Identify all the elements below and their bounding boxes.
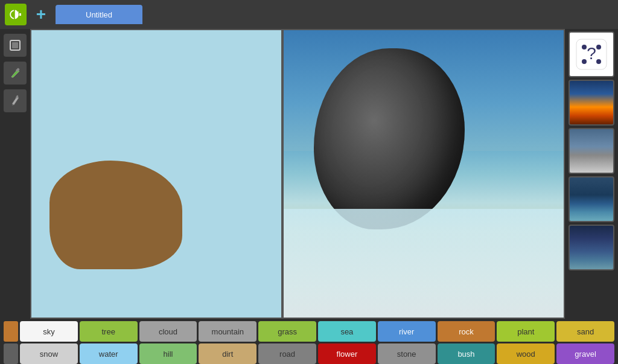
hill-label-btn[interactable]: hill <box>139 343 197 364</box>
reference-image-area <box>282 29 565 319</box>
svg-point-9 <box>596 59 601 64</box>
drawn-hill-shape <box>49 161 182 269</box>
label-row-2: snow water hill dirt road flower stone b… <box>4 343 614 364</box>
road-label-btn[interactable]: road <box>258 343 316 364</box>
main-content: ? <box>0 29 618 319</box>
label-row-1: sky tree cloud mountain grass sea river … <box>4 321 614 342</box>
sky-label-btn[interactable]: sky <box>20 321 78 342</box>
svg-text:?: ? <box>587 44 596 63</box>
add-button[interactable]: + <box>31 5 51 24</box>
sea-label-btn[interactable]: sea <box>318 321 376 342</box>
dirt-label-btn[interactable]: dirt <box>199 343 256 364</box>
svg-point-7 <box>596 45 601 49</box>
brush-tool-button[interactable] <box>4 62 27 85</box>
reference-photo <box>284 30 564 318</box>
bush-label-btn[interactable]: bush <box>438 343 495 364</box>
selection-tool-button[interactable] <box>4 34 27 57</box>
plant-label-btn[interactable]: plant <box>497 321 555 342</box>
svg-point-8 <box>582 59 587 64</box>
cloud-label-btn[interactable]: cloud <box>139 321 197 342</box>
svg-rect-1 <box>12 42 18 48</box>
pencil-tool-button[interactable] <box>4 89 27 112</box>
active-color-swatch-2 <box>4 343 18 364</box>
river-label-btn[interactable]: river <box>378 321 436 342</box>
top-bar: + Untitled <box>0 0 618 29</box>
random-thumbnail[interactable]: ? <box>569 31 614 77</box>
rock-label-btn[interactable]: rock <box>438 321 495 342</box>
ocean-thumbnail[interactable] <box>569 225 614 270</box>
ocean-layer <box>284 209 564 318</box>
stone-label-btn[interactable]: stone <box>378 343 436 364</box>
tree-label-btn[interactable]: tree <box>80 321 138 342</box>
clouds-thumbnail[interactable] <box>569 128 614 174</box>
drawing-canvas[interactable] <box>30 29 282 319</box>
active-color-swatch <box>4 321 18 342</box>
flower-label-btn[interactable]: flower <box>318 343 376 364</box>
snow-label-btn[interactable]: snow <box>20 343 78 364</box>
bottom-label-bar: sky tree cloud mountain grass sea river … <box>0 319 618 364</box>
wood-label-btn[interactable]: wood <box>497 343 555 364</box>
grass-label-btn[interactable]: grass <box>258 321 316 342</box>
water-label-btn[interactable]: water <box>80 343 138 364</box>
nvidia-logo <box>5 4 27 25</box>
tab-bar: Untitled <box>56 5 613 24</box>
mountain-label-btn[interactable]: mountain <box>199 321 256 342</box>
wave-thumbnail[interactable] <box>569 176 614 222</box>
main-tab[interactable]: Untitled <box>56 5 142 24</box>
sunset-thumbnail[interactable] <box>569 80 614 126</box>
left-toolbar <box>0 29 30 319</box>
rock-shape <box>314 48 465 229</box>
thumbnail-panel: ? <box>565 29 618 319</box>
svg-point-6 <box>582 45 587 49</box>
gravel-label-btn[interactable]: gravel <box>556 343 614 364</box>
sand-label-btn[interactable]: sand <box>556 321 614 342</box>
